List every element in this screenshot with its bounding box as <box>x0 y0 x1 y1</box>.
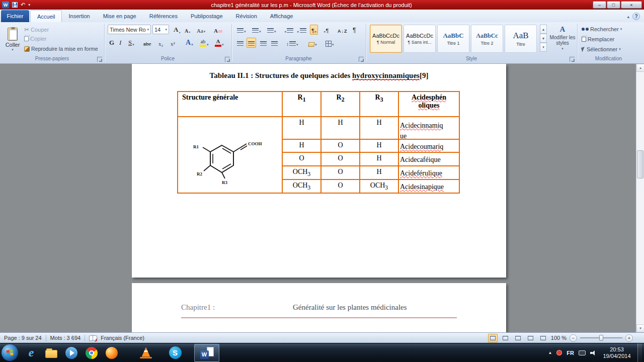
cut-button[interactable]: ✂ Couper <box>24 26 49 33</box>
save-button[interactable] <box>12 2 18 8</box>
style-titre[interactable]: AaB Titre <box>505 25 537 53</box>
minimize-button[interactable]: – <box>593 1 606 9</box>
word-count[interactable]: Mots : 3 694 <box>50 335 81 341</box>
style-titre-2[interactable]: AaBbCc Titre 2 <box>471 25 503 53</box>
zoom-level[interactable]: 100 % <box>551 335 567 341</box>
align-center-button[interactable] <box>247 38 256 48</box>
taskbar-internet-explorer[interactable]: e <box>21 344 41 362</box>
taskbar-vlc[interactable] <box>136 344 156 362</box>
scroll-up-button[interactable]: ▲ <box>636 64 644 72</box>
hidden-icons-button[interactable]: ▲ <box>548 350 552 355</box>
replace-button[interactable]: Remplacer <box>582 36 614 42</box>
align-right-button[interactable] <box>259 38 268 48</box>
tab-references[interactable]: Références <box>143 10 184 22</box>
zoom-slider[interactable] <box>580 334 622 341</box>
decrease-indent-button[interactable]: ◂ <box>283 25 295 35</box>
zoom-slider-thumb[interactable] <box>599 335 603 341</box>
view-web-layout-button[interactable] <box>513 334 523 342</box>
paragraph-dialog-launcher[interactable] <box>359 57 364 62</box>
view-print-layout-button[interactable] <box>488 334 498 342</box>
help-button[interactable]: ? <box>632 13 640 20</box>
subscript-button[interactable]: x₂ <box>157 38 165 48</box>
tab-accueil[interactable]: Accueil <box>30 10 62 22</box>
tray-alert-icon[interactable] <box>556 350 562 355</box>
show-desktop-button[interactable] <box>637 343 642 362</box>
styles-dialog-launcher[interactable] <box>570 57 575 62</box>
numbering-button[interactable]: ▾ <box>251 25 263 35</box>
copy-button[interactable]: Copier <box>24 36 46 42</box>
view-outline-button[interactable] <box>526 334 535 342</box>
language-input-indicator[interactable]: FR <box>567 350 574 356</box>
volume-icon[interactable] <box>590 350 596 355</box>
change-case-button[interactable]: Aa▾ <box>195 25 207 35</box>
text-effects-button[interactable]: A▾ <box>184 38 195 48</box>
document-page-2[interactable]: Chapitre1 : Généralité sur les plantes m… <box>132 283 506 332</box>
underline-button[interactable]: S▾ <box>127 38 136 48</box>
document-page-1[interactable]: Tableau II.1 : Structures de quelques ac… <box>132 64 506 278</box>
font-name-combo[interactable]: Times New Ro ▾ <box>108 25 151 34</box>
justify-button[interactable] <box>270 38 279 48</box>
view-draft-button[interactable] <box>538 334 548 342</box>
language-indicator[interactable]: Français (France) <box>101 335 144 341</box>
shading-button[interactable]: ▾ <box>307 38 318 48</box>
tab-insertion[interactable]: Insertion <box>62 10 96 22</box>
tab-mise-en-page[interactable]: Mise en page <box>97 10 143 22</box>
font-dialog-launcher[interactable] <box>225 57 230 62</box>
taskbar-media-player[interactable] <box>61 344 82 362</box>
tab-publipostage[interactable]: Publipostage <box>184 10 229 22</box>
shrink-font-button[interactable]: A▾ <box>183 25 192 35</box>
page-indicator[interactable]: Page : 9 sur 24 <box>4 335 42 341</box>
styles-gallery-more-button[interactable]: ▾ <box>540 43 547 52</box>
clear-formatting-button[interactable]: A <box>212 25 224 35</box>
sort-button[interactable]: A↓Z <box>336 25 349 35</box>
style-normal[interactable]: AaBbCcDc ¶ Normal <box>370 25 402 53</box>
styles-gallery-up-button[interactable]: ▲ <box>540 25 547 34</box>
styles-gallery-down-button[interactable]: ▼ <box>540 34 547 43</box>
scrollbar-thumb[interactable] <box>637 150 643 178</box>
keyboard-indicator-icon[interactable] <box>579 350 586 355</box>
change-styles-button[interactable]: A Modifier les styles ▾ <box>549 25 576 51</box>
taskbar-skype[interactable]: S <box>165 344 185 362</box>
show-paragraph-marks-button[interactable]: ¶ <box>351 25 357 35</box>
highlight-color-button[interactable]: ab▾ <box>198 38 210 48</box>
zoom-in-button[interactable]: + <box>625 334 633 342</box>
style-titre-1[interactable]: AaBbC Titre 1 <box>437 25 469 53</box>
tab-revision[interactable]: Révision <box>229 10 264 22</box>
increase-indent-button[interactable]: ▸ <box>296 25 308 35</box>
tab-fichier[interactable]: Fichier <box>1 10 29 22</box>
grow-font-button[interactable]: A▴ <box>172 25 182 35</box>
bold-button[interactable]: G <box>108 38 116 48</box>
italic-button[interactable]: I <box>118 38 123 48</box>
taskbar-word-active[interactable]: W <box>194 344 219 362</box>
maximize-button[interactable]: □ <box>607 1 620 9</box>
qat-customize-button[interactable]: ▾ <box>28 3 30 7</box>
superscript-button[interactable]: x² <box>169 38 177 48</box>
tab-affichage[interactable]: Affichage <box>264 10 300 22</box>
proofing-status-icon[interactable]: ✗ <box>89 335 97 341</box>
font-color-button[interactable]: A▾ <box>213 38 225 48</box>
align-left-button[interactable] <box>235 38 245 48</box>
start-button[interactable] <box>2 344 18 361</box>
strikethrough-button[interactable]: abc <box>142 38 152 48</box>
clock[interactable]: 20:53 19/04/2014 <box>601 346 633 359</box>
clipboard-dialog-launcher[interactable] <box>97 57 102 62</box>
zoom-out-button[interactable]: − <box>570 334 577 342</box>
paste-button[interactable]: Coller▾ <box>3 24 22 55</box>
close-button[interactable]: × <box>621 1 642 9</box>
multilevel-list-button[interactable]: ▾ <box>266 25 278 35</box>
taskbar-explorer[interactable] <box>41 344 61 362</box>
find-button[interactable]: Rechercher ▾ <box>582 26 622 32</box>
bullets-button[interactable]: ▾ <box>235 25 248 35</box>
rtl-direction-button[interactable]: ◂¶ <box>322 25 330 35</box>
style-sans-interligne[interactable]: AaBbCcDc ¶ Sans int... <box>404 25 436 53</box>
borders-button[interactable]: ▾ <box>324 38 336 48</box>
taskbar-chrome[interactable] <box>82 344 102 362</box>
scroll-down-button[interactable]: ▼ <box>636 324 644 332</box>
font-size-combo[interactable]: 14 ▾ <box>152 25 169 34</box>
view-fullscreen-reading-button[interactable] <box>501 334 510 342</box>
vertical-scrollbar[interactable]: ▲ ▼ <box>636 64 644 332</box>
word-app-icon[interactable]: W <box>2 2 9 9</box>
select-button[interactable]: Sélectionner ▾ <box>582 46 621 52</box>
ltr-direction-button[interactable]: ¶▸ <box>310 25 318 35</box>
format-painter-button[interactable]: Reproduire la mise en forme <box>24 46 98 52</box>
